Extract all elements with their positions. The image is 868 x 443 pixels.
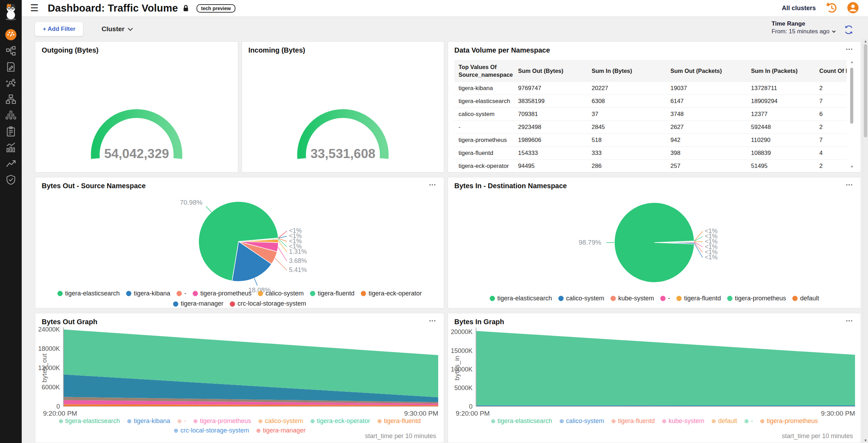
legend-label: tigera-eck-operator bbox=[368, 289, 422, 299]
scrollbar-thumb[interactable] bbox=[850, 68, 853, 124]
legend-item[interactable]: ⊕tigera-fluentd bbox=[611, 416, 655, 426]
y-tick-label: 24000K bbox=[38, 326, 60, 333]
scrollbar-thumb[interactable] bbox=[864, 44, 867, 137]
legend-item[interactable]: ⊕tigera-elasticsearch bbox=[491, 416, 552, 426]
sidebar-item-threat-defense[interactable] bbox=[3, 172, 19, 188]
legend-item[interactable]: tigera-elasticsearch bbox=[490, 294, 552, 304]
legend-item[interactable]: ⊕tigera-elasticsearch bbox=[58, 416, 120, 426]
gauge-value: 33,531,608 bbox=[310, 146, 375, 161]
panel-options-button[interactable]: ... bbox=[846, 179, 853, 187]
panel-options-button[interactable]: ... bbox=[429, 315, 436, 323]
table-cell: 38358199 bbox=[518, 98, 592, 105]
legend-item[interactable]: ⊕tigera-manager bbox=[256, 426, 305, 435]
bytes-out-area-chart[interactable]: 24000K18000K12000K6000K09:20:00 PM9:30:0… bbox=[38, 325, 442, 418]
legend-label: tigera-manager bbox=[181, 299, 223, 309]
scroll-down-icon[interactable]: ▼ bbox=[864, 438, 867, 442]
table-scrollbar[interactable]: ▲ ▼ bbox=[849, 60, 854, 169]
panel-title: Bytes In - Destination Namespace bbox=[454, 182, 567, 190]
table-cell: tigera-prometheus bbox=[459, 137, 518, 144]
sidebar-item-reports[interactable] bbox=[3, 139, 19, 156]
legend-item[interactable]: crc-local-storage-system bbox=[230, 299, 306, 309]
pie-legend: tigera-elasticsearchtigera-kibana-tigera… bbox=[42, 289, 437, 309]
sidebar-item-logs[interactable] bbox=[3, 59, 19, 75]
legend-item[interactable]: ⊕- bbox=[744, 416, 753, 426]
pie-percent-label: 1.31% bbox=[289, 248, 307, 255]
bar-chart-icon bbox=[6, 142, 16, 153]
legend-label: tigera-prometheus bbox=[200, 416, 251, 426]
bytes-in-area-chart[interactable]: 20000K15000K10000K5000K09:20:00 PM9:30:0… bbox=[451, 325, 859, 418]
legend-item[interactable]: ⊕tigera-prometheus bbox=[760, 416, 818, 426]
legend-dot-icon bbox=[57, 291, 63, 296]
legend-item[interactable]: ⊕tigera-fluentd bbox=[377, 416, 421, 426]
scroll-up-icon[interactable]: ▲ bbox=[850, 60, 854, 64]
legend-label: kube-system bbox=[669, 416, 704, 426]
area-series[interactable] bbox=[476, 331, 855, 405]
panel-options-button[interactable]: ... bbox=[846, 315, 853, 323]
legend-item[interactable]: tigera-eck-operator bbox=[361, 289, 422, 299]
legend-item[interactable]: - bbox=[660, 294, 670, 304]
all-clusters-selector[interactable]: All clusters bbox=[782, 5, 816, 12]
legend-item[interactable]: ⊕default bbox=[711, 416, 737, 426]
user-avatar[interactable] bbox=[847, 2, 859, 15]
legend-label: default bbox=[800, 294, 819, 304]
legend-item[interactable]: tigera-manager bbox=[173, 299, 223, 309]
y-axis-label: bytes_out bbox=[41, 353, 48, 382]
calico-cat-logo-icon[interactable] bbox=[3, 3, 19, 22]
table-cell: 7 bbox=[819, 98, 847, 105]
table-cell: 13728711 bbox=[751, 85, 819, 92]
legend-item[interactable]: calico-system bbox=[558, 294, 604, 304]
legend-label: - bbox=[184, 416, 186, 426]
clipboard-icon bbox=[6, 126, 16, 137]
legend-item[interactable]: tigera-prometheus bbox=[193, 289, 252, 299]
legend-label: calico-system bbox=[566, 294, 604, 304]
scroll-down-icon[interactable]: ▼ bbox=[850, 165, 854, 169]
sidebar-item-policies[interactable] bbox=[3, 123, 19, 139]
cluster-dropdown[interactable]: Cluster bbox=[102, 25, 132, 33]
x-axis-caption: start_time per 10 minutes bbox=[365, 432, 436, 440]
page-scrollbar[interactable]: ▲ ▼ bbox=[862, 39, 868, 443]
legend-item[interactable]: ⊕calico-system bbox=[258, 416, 303, 426]
sidebar-item-network-sets[interactable] bbox=[3, 107, 19, 123]
legend-item[interactable]: calico-system bbox=[258, 289, 304, 299]
legend-item[interactable]: tigera-fluentd bbox=[676, 294, 721, 304]
add-filter-button[interactable]: + Add Filter bbox=[35, 22, 83, 36]
legend-item[interactable]: tigera-prometheus bbox=[727, 294, 786, 304]
legend-item[interactable]: ⊕tigera-kibana bbox=[127, 416, 170, 426]
panel-options-button[interactable]: ... bbox=[846, 43, 853, 52]
hamburger-menu-icon[interactable]: ☰ bbox=[30, 4, 39, 13]
legend-item[interactable]: ⊕- bbox=[177, 416, 186, 426]
sidebar-item-trends[interactable] bbox=[3, 156, 19, 172]
table-cell: 2923498 bbox=[518, 124, 592, 131]
bytes-out-pie-chart[interactable]: 18.08%70.98%<1%<1%<1%<1%1.31%3.68%5.41% bbox=[35, 189, 444, 298]
incoming-gauge[interactable]: 33,531,608 bbox=[242, 42, 444, 172]
area-series[interactable] bbox=[476, 405, 855, 406]
legend-item[interactable]: kube-system bbox=[611, 294, 654, 304]
legend-item[interactable]: default bbox=[792, 294, 819, 304]
time-range-selector[interactable]: Time Range From: 15 minutes ago bbox=[772, 20, 835, 35]
sidebar-item-endpoints[interactable] bbox=[3, 91, 19, 107]
legend-item[interactable]: ⊕kube-system bbox=[662, 416, 704, 426]
scroll-up-icon[interactable]: ▲ bbox=[864, 39, 867, 43]
panel-options-button[interactable]: ... bbox=[429, 179, 436, 187]
outgoing-gauge[interactable]: 54,042,329 bbox=[35, 42, 238, 172]
legend-item[interactable]: ⊕crc-local-storage-system bbox=[174, 426, 249, 435]
table-cell: tigera-elasticsearch bbox=[459, 98, 518, 105]
history-icon[interactable] bbox=[826, 2, 837, 15]
legend-item[interactable]: - bbox=[177, 289, 186, 299]
refresh-icon[interactable] bbox=[843, 25, 854, 36]
legend-item[interactable]: ⊕tigera-prometheus bbox=[193, 416, 251, 426]
table-cell: 257 bbox=[670, 163, 751, 170]
legend-item[interactable]: tigera-fluentd bbox=[310, 289, 354, 299]
table-cell: 2 bbox=[819, 124, 847, 131]
table-header: Top Values Of Source_namespaceSum Out (B… bbox=[454, 60, 847, 82]
legend-item[interactable]: ⊕tigera-eck-operator bbox=[310, 416, 370, 426]
bytes-in-pie-chart[interactable]: 98.79%<1%<1%<1%<1%<1%<1% bbox=[448, 189, 861, 298]
app-sidebar bbox=[0, 0, 22, 443]
sidebar-item-dashboard[interactable] bbox=[3, 27, 19, 43]
sidebar-item-service-graph[interactable] bbox=[3, 43, 19, 59]
legend-item[interactable]: ⊕calico-system bbox=[559, 416, 604, 426]
legend-item[interactable]: tigera-elasticsearch bbox=[57, 289, 120, 299]
legend-label: tigera-prometheus bbox=[767, 416, 818, 426]
legend-item[interactable]: tigera-kibana bbox=[126, 289, 170, 299]
sidebar-item-flow-visualizer[interactable] bbox=[3, 75, 19, 91]
